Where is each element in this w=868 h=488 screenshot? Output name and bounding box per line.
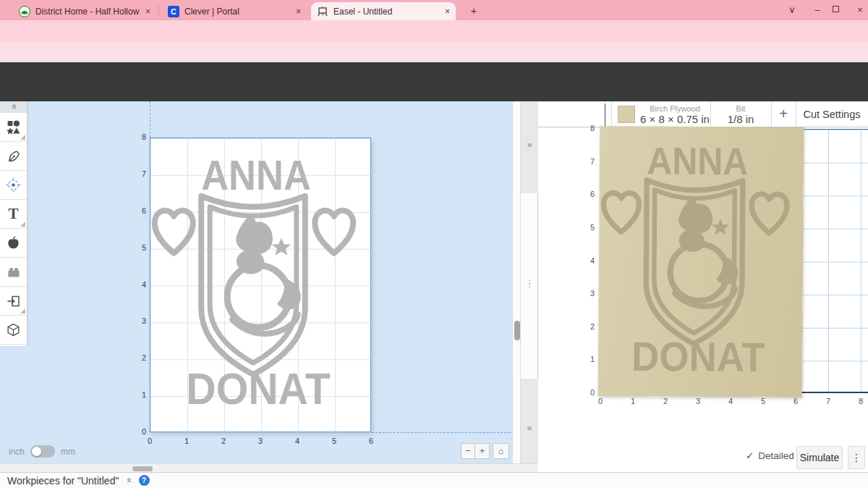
zoom-controls: − + bbox=[461, 443, 490, 459]
easel-favicon bbox=[317, 6, 328, 17]
easel-header: PRO Untitled ☆ ✓ Project Edit Machine To… bbox=[0, 62, 868, 101]
workpieces-bar: Workpieces for "Untitled" » ? bbox=[0, 472, 868, 488]
bit-size: 1/8 in bbox=[710, 113, 771, 125]
tab-close-icon[interactable]: × bbox=[296, 7, 301, 17]
ruler-tick: 1 bbox=[590, 355, 595, 363]
close-window-button[interactable]: × bbox=[854, 4, 867, 15]
ruler-tick: 4 bbox=[590, 256, 595, 265]
screen: ANNA DONAT District Home - Half Hollow H… bbox=[0, 0, 868, 488]
material-cell[interactable]: Birch Plywood 6 × 8 × 0.75 in bbox=[639, 104, 710, 125]
drill-tool-button[interactable] bbox=[0, 171, 27, 200]
divider-bottom-section: « bbox=[521, 379, 538, 463]
ruler-tick: 0 bbox=[142, 427, 146, 436]
panel-divider: » ⋮ « bbox=[521, 101, 538, 463]
ruler-tick: 3 bbox=[142, 316, 146, 325]
unit-label-inch: inch bbox=[9, 447, 25, 457]
shapes-tool-button[interactable] bbox=[0, 113, 27, 142]
tab-close-icon[interactable]: × bbox=[445, 7, 450, 17]
apple-icon bbox=[6, 235, 21, 251]
unit-toggle[interactable] bbox=[30, 445, 55, 458]
ruler-tick: 0 bbox=[590, 388, 595, 397]
toggle-knob bbox=[32, 447, 41, 456]
preview-axis-stub bbox=[605, 104, 605, 127]
restore-button[interactable] bbox=[833, 4, 846, 11]
tool-palette: » T bbox=[0, 101, 27, 346]
ruler-tick: 6 bbox=[793, 397, 798, 405]
bit-cell[interactable]: Bit 1/8 in bbox=[710, 104, 771, 125]
import-tool-button[interactable] bbox=[0, 287, 27, 316]
canvas-horizontal-scrollbar[interactable] bbox=[0, 463, 538, 472]
material-blocks-button[interactable] bbox=[0, 258, 27, 287]
new-tab-button[interactable]: + bbox=[467, 4, 480, 17]
detailed-label: Detailed bbox=[758, 450, 794, 461]
tab-easel-untitled[interactable]: Easel - Untitled × bbox=[311, 2, 456, 20]
preview-menu-button[interactable]: ⋮ bbox=[848, 446, 865, 469]
tab-title: Clever | Portal bbox=[184, 7, 291, 17]
ruler-tick: 3 bbox=[258, 437, 263, 445]
horizontal-scrollbar-thumb[interactable] bbox=[132, 466, 153, 471]
vertical-scrollbar-thumb[interactable] bbox=[514, 321, 520, 340]
preview-y-ruler: 876543210 bbox=[583, 101, 595, 405]
material-name: Birch Plywood bbox=[639, 104, 710, 113]
ruler-tick: 2 bbox=[590, 322, 595, 331]
3d-view-button[interactable] bbox=[0, 316, 27, 345]
collapse-left-icon[interactable]: « bbox=[521, 422, 538, 433]
tab-close-icon[interactable]: × bbox=[145, 7, 150, 17]
preview-panel: Birch Plywood 6 × 8 × 0.75 in Bit 1/8 in… bbox=[538, 101, 868, 472]
tools-collapse-icon[interactable]: » bbox=[0, 101, 27, 113]
header-divider bbox=[611, 101, 612, 127]
ruler-tick: 1 bbox=[142, 390, 146, 399]
bit-label: Bit bbox=[710, 104, 771, 113]
shapes-icon bbox=[6, 119, 21, 135]
minimize-button[interactable]: – bbox=[811, 4, 824, 15]
check-icon: ✓ bbox=[746, 450, 754, 461]
tab-title: District Home - Half Hollow Hills bbox=[35, 7, 140, 17]
clever-favicon: C bbox=[168, 6, 179, 17]
ruler-tick: 5 bbox=[332, 437, 336, 445]
canvas-vertical-scrollbar[interactable] bbox=[512, 101, 521, 463]
workpiece-material[interactable] bbox=[150, 138, 371, 432]
zoom-in-button[interactable]: + bbox=[475, 443, 490, 459]
ruler-tick: 7 bbox=[826, 397, 830, 405]
workpieces-label: Workpieces for "Untitled" bbox=[7, 475, 119, 487]
carved-workpiece-preview[interactable] bbox=[598, 126, 804, 397]
tab-title: Easel - Untitled bbox=[333, 7, 440, 17]
material-extension-line-v bbox=[150, 101, 150, 138]
ruler-tick: 5 bbox=[142, 243, 146, 252]
ruler-tick: 1 bbox=[184, 437, 189, 445]
design-canvas[interactable]: 876543210 0123456 − + ⌂ inch mm bbox=[0, 101, 538, 472]
collapse-right-icon[interactable]: » bbox=[521, 139, 538, 150]
text-tool-button[interactable]: T bbox=[0, 200, 27, 229]
ruler-tick: 2 bbox=[221, 437, 226, 445]
tab-search-icon[interactable]: ∨ bbox=[786, 4, 799, 15]
ruler-tick: 6 bbox=[142, 206, 146, 215]
help-icon[interactable]: ? bbox=[139, 475, 150, 486]
tab-district-home[interactable]: District Home - Half Hollow Hills × bbox=[13, 2, 156, 20]
pen-tool-button[interactable] bbox=[0, 142, 27, 171]
ruler-tick: 0 bbox=[598, 397, 603, 405]
add-bit-button[interactable]: + bbox=[771, 101, 796, 127]
cut-settings-tab[interactable]: Cut Settings bbox=[796, 101, 868, 127]
workpieces-collapse-icon[interactable]: » bbox=[124, 478, 135, 483]
zoom-out-button[interactable]: − bbox=[461, 443, 475, 459]
restore-icon bbox=[833, 6, 839, 12]
material-swatch[interactable] bbox=[618, 106, 635, 123]
ruler-tick: 7 bbox=[590, 157, 595, 166]
lego-brick-icon bbox=[6, 264, 22, 280]
divider-top-section: » bbox=[521, 101, 538, 193]
bookmarks-bar: Student Bookmarks John Brown - Googl... … bbox=[0, 42, 868, 62]
zoom-home-button[interactable]: ⌂ bbox=[493, 443, 509, 459]
tab-clever-portal[interactable]: C Clever | Portal × bbox=[162, 2, 307, 20]
simulate-button[interactable]: Simulate bbox=[796, 446, 843, 469]
ruler-tick: 5 bbox=[590, 223, 595, 232]
district-favicon bbox=[19, 6, 30, 17]
detailed-checkbox[interactable]: ✓ Detailed bbox=[746, 450, 794, 461]
ruler-tick: 1 bbox=[631, 397, 635, 405]
text-tool-icon: T bbox=[8, 205, 18, 223]
material-extension-line-h bbox=[372, 432, 514, 433]
ruler-tick: 8 bbox=[590, 124, 595, 132]
divider-drag-handle-icon[interactable]: ⋮ bbox=[521, 278, 538, 289]
ruler-tick: 3 bbox=[590, 289, 595, 298]
clipart-tool-button[interactable] bbox=[0, 229, 27, 258]
cube-icon bbox=[6, 322, 21, 337]
